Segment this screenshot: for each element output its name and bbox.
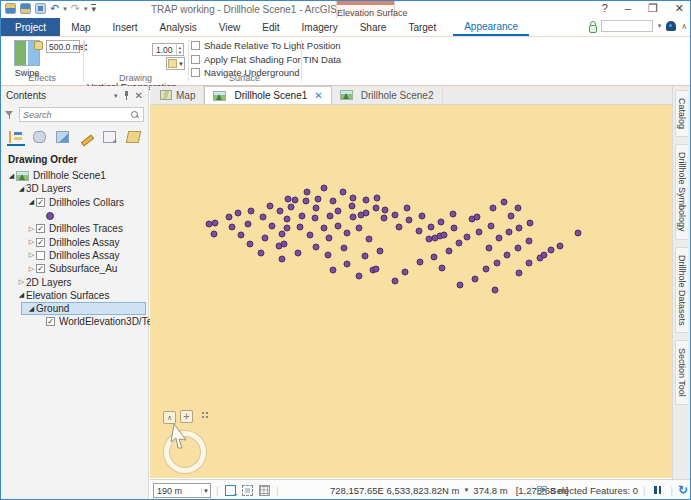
drillhole-collar-point[interactable] [303,198,310,205]
drillhole-collar-point[interactable] [464,234,471,241]
pause-drawing-button[interactable] [654,486,661,494]
notifications-icon[interactable] [666,21,676,31]
drillhole-collar-point[interactable] [392,212,399,219]
drillhole-collar-point[interactable] [267,203,274,210]
vertical-exaggeration-spinner[interactable]: 1.00 ▴▾ [152,43,184,56]
drillhole-collar-point[interactable] [260,214,267,221]
ribbon-tab-project[interactable]: Project [1,18,60,36]
dock-tab-catalog[interactable]: Catalog [675,90,688,137]
tree-item-drillholes-traces[interactable]: ▷✓Drillholes Traces [1,222,148,235]
drillhole-collar-point[interactable] [373,205,380,212]
expand-icon[interactable]: ▷ [27,265,36,273]
drillhole-collar-point[interactable] [492,287,499,294]
drillhole-collar-point[interactable] [279,256,286,263]
tree-item-2d-layers[interactable]: ▷2D Layers [1,275,148,288]
drillhole-collar-point[interactable] [344,230,351,237]
drillhole-collar-point[interactable] [285,196,292,203]
drillhole-collar-point[interactable] [557,243,564,250]
spinner-arrows-icon[interactable]: ▴▾ [176,44,183,55]
drillhole-collar-point[interactable] [229,224,236,231]
drillhole-collar-point[interactable] [245,221,252,228]
drillhole-collar-point[interactable] [431,254,438,261]
drillhole-collar-point[interactable] [330,198,337,205]
overlay-drag-handle-icon[interactable] [202,412,212,422]
tree-item-elevation-surfaces[interactable]: ◢Elevation Surfaces [1,289,148,302]
drillhole-collar-point[interactable] [325,252,332,259]
refresh-icon[interactable]: ↻ [678,483,688,497]
drillhole-collar-point[interactable] [419,213,426,220]
drillhole-collar-point[interactable] [277,208,284,215]
drillhole-collar-point[interactable] [526,238,533,245]
drillhole-collar-point[interactable] [211,231,218,238]
dynamic-constraints-icon[interactable] [242,485,253,496]
tree-item-subsurface-au[interactable]: ▷✓Subsurface_Au [1,262,148,275]
drillhole-collar-point[interactable] [488,223,495,230]
close-view-icon[interactable]: ✕ [314,90,322,101]
ribbon-tab-share[interactable]: Share [349,18,398,36]
layer-visibility-checkbox[interactable]: ✓ [36,198,45,207]
collapse-ribbon-icon[interactable]: ∧ [681,22,687,31]
layer-visibility-checkbox[interactable]: ✓ [36,238,45,247]
undo-dropdown-icon[interactable]: ▾ [63,5,67,13]
drillhole-collar-point[interactable] [295,250,302,257]
drillhole-collar-point[interactable] [350,214,357,221]
surface-color-dropdown[interactable]: ▼ [166,57,185,70]
drillhole-collar-point[interactable] [490,205,497,212]
collapse-icon[interactable]: ◢ [17,185,26,193]
sign-in-status-icon[interactable] [588,21,596,32]
drillhole-collar-point[interactable] [373,266,380,273]
redo-button[interactable]: ↷ [71,3,80,14]
drillhole-collar-point[interactable] [377,248,384,255]
drillhole-collar-point[interactable] [451,225,458,232]
drillhole-collar-point[interactable] [392,278,399,285]
drillhole-collar-point[interactable] [350,195,357,202]
search-input[interactable] [20,110,131,120]
close-pane-icon[interactable]: ✕ [135,90,143,101]
drillhole-collar-point[interactable] [284,225,291,232]
legend-swatch-row[interactable] [1,209,148,222]
command-search-input[interactable] [601,20,653,32]
layout-frame-icon[interactable] [225,485,236,496]
drillhole-collar-point[interactable] [321,185,328,192]
drillhole-collar-point[interactable] [416,228,423,235]
drillhole-collar-point[interactable] [356,273,363,280]
minimize-button[interactable]: – [625,2,631,15]
drillhole-collar-point[interactable] [446,248,453,255]
ribbon-tab-edit[interactable]: Edit [251,18,290,36]
spinner-arrows-icon[interactable]: ▴▾ [84,41,87,52]
dock-tab-section-tool[interactable]: Section Tool [675,340,688,405]
drillhole-collar-point[interactable] [575,230,582,237]
drillhole-collar-point[interactable] [315,196,322,203]
checkbox-apply-flat-shading-for-tin-data[interactable]: Apply Flat Shading For TIN Data [191,53,341,66]
drillhole-collar-point[interactable] [235,210,242,217]
pin-icon[interactable] [125,91,128,100]
drillhole-collar-point[interactable] [441,232,448,239]
drillhole-collar-point[interactable] [396,224,403,231]
drillhole-collar-point[interactable] [541,252,548,259]
chevron-down-icon[interactable]: ▼ [463,487,469,493]
list-by-selection-icon[interactable] [54,129,72,146]
drillhole-collar-point[interactable] [404,205,411,212]
drillhole-collar-point[interactable] [327,213,334,220]
ribbon-tab-view[interactable]: View [208,18,252,36]
drillhole-collar-point[interactable] [288,204,295,211]
drillhole-collar-point[interactable] [284,216,291,223]
drillhole-collar-point[interactable] [297,224,304,231]
drillhole-collar-point[interactable] [428,224,435,231]
drillhole-collar-point[interactable] [457,282,464,289]
redo-dropdown-icon[interactable]: ▾ [84,5,88,13]
drillhole-collar-point[interactable] [258,250,265,257]
drillhole-collar-point[interactable] [474,214,481,221]
command-search-dropdown-icon[interactable]: ▾ [658,22,662,30]
drillhole-collar-point[interactable] [363,210,370,217]
ribbon-tab-map[interactable]: Map [60,18,101,36]
drillhole-collar-point[interactable] [238,232,245,239]
tree-item-drillhole-scene1[interactable]: ◢Drillhole Scene1 [1,169,148,182]
collapse-icon[interactable]: ◢ [27,305,36,313]
drillhole-collar-point[interactable] [381,215,388,222]
collapse-icon[interactable]: ◢ [17,291,26,299]
drillhole-collar-point[interactable] [476,229,483,236]
swipe-duration-spinner[interactable]: 500.0 ms ▴▾ [46,40,80,53]
list-by-data-source-icon[interactable] [31,129,49,146]
map-scale-combo[interactable]: 190 m ▼ [153,483,211,498]
